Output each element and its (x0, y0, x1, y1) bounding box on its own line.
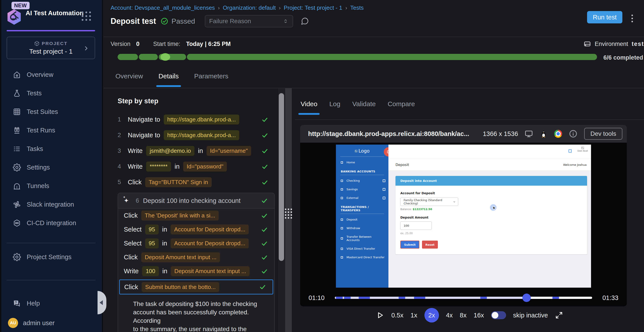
substep-row[interactable]: ClickThe 'Deposit' link with a si... (118, 208, 274, 222)
steps-scrollbar-thumb[interactable] (279, 93, 284, 261)
progress-segment[interactable] (118, 54, 138, 60)
skip-inactive-toggle[interactable] (491, 311, 506, 319)
play-icon[interactable] (376, 311, 384, 320)
speed-4x[interactable]: 4x (446, 312, 453, 319)
bank-nav-visa-direct-transfer[interactable]: VISA Direct Transfer (336, 244, 388, 253)
step-row[interactable]: 3Writejsmith@demo.ioinId="username" (118, 143, 275, 159)
more-options-kebab-icon[interactable] (630, 14, 634, 23)
step-target-chip[interactable]: Id="username" (206, 146, 252, 156)
video-tab-video[interactable]: Video (300, 94, 318, 114)
bank-nav-transfer-between-accounts[interactable]: Transfer Between Accounts (336, 232, 388, 244)
sidebar-item-help[interactable]: ? Help (0, 294, 102, 312)
timeline-event-marker[interactable] (344, 297, 351, 299)
step-row[interactable]: 4Write********inId="password" (118, 159, 275, 174)
bank-nav-home[interactable]: Home (336, 158, 388, 167)
tab-details[interactable]: Details (158, 66, 179, 86)
app-launcher-grid-icon[interactable] (82, 12, 91, 21)
step-value-chip[interactable]: jsmith@demo.io (146, 146, 194, 156)
step-value-chip[interactable]: 95 (145, 238, 159, 248)
step-group-header[interactable]: ✦✦ 6 Deposit 100 into checking account (118, 193, 274, 208)
step-target-chip[interactable]: The 'Deposit' link with a si... (141, 210, 219, 220)
timeline-event-marker[interactable] (552, 297, 559, 299)
info-icon[interactable] (569, 129, 578, 138)
step-row[interactable]: 2Navigate tohttp://stage.dbank.prod-a... (118, 127, 275, 143)
sidebar-item-tasks[interactable]: Tasks (0, 140, 102, 158)
project-switcher[interactable]: PROJECT Test project - 1 (6, 37, 95, 59)
sidebar-item-overview[interactable]: Overview (0, 65, 102, 84)
sidebar-item-slack-integration[interactable]: Slack integration (0, 195, 102, 214)
account-for-deposit-select[interactable]: Family Checking (Standard Checking) (400, 198, 458, 206)
breadcrumb-link[interactable]: Organization: default (223, 4, 276, 11)
step-url-chip[interactable]: http://stage.dbank.prod-a... (164, 114, 240, 124)
step-row[interactable]: 5ClickTag="BUTTON" Sign in (118, 174, 275, 190)
sidebar-item-ci-cd-integration[interactable]: CI-CD integration (0, 214, 102, 232)
bank-nav-external[interactable]: External (336, 194, 388, 202)
bank-reset-button[interactable]: Reset (422, 240, 438, 248)
timeline-event-marker[interactable] (414, 297, 425, 299)
bank-nav-savings[interactable]: Savings (336, 185, 388, 194)
substep-row-selected[interactable]: ClickSubmit button at the botto... (119, 280, 273, 294)
step-progress-bar[interactable] (110, 54, 644, 60)
panel-resize-divider[interactable] (285, 88, 295, 332)
timeline-event-marker[interactable] (398, 297, 405, 299)
substep-row[interactable]: Write100inDeposit Amount text input ... (118, 264, 274, 278)
steps-scrollbar-track[interactable] (278, 88, 285, 332)
timeline-track[interactable] (335, 297, 592, 299)
bank-nav-deposit[interactable]: Deposit (336, 215, 388, 224)
progress-segment[interactable] (139, 54, 158, 60)
app-logo-row[interactable]: AI Test Automation (6, 9, 84, 25)
sidebar-item-tests[interactable]: Tests (0, 84, 102, 102)
speed-0.5x[interactable]: 0.5x (391, 312, 404, 319)
sidebar-item-settings[interactable]: Settings (0, 158, 102, 176)
speed-2x[interactable]: 2x (424, 308, 439, 322)
user-menu[interactable]: AU admin user (0, 318, 102, 328)
progress-segment[interactable] (159, 54, 186, 60)
run-test-button[interactable]: Run test (587, 11, 622, 24)
failure-reason-select[interactable]: Failure Reason (205, 15, 293, 27)
timeline-event-marker[interactable] (480, 297, 487, 299)
progress-segment[interactable] (187, 54, 597, 60)
breadcrumb-link[interactable]: Project: Test project - 1 (284, 4, 342, 11)
bank-submit-button[interactable]: Submit (400, 240, 419, 248)
step-target-chip[interactable]: Account for Deposit dropd... (170, 224, 249, 234)
tab-parameters[interactable]: Parameters (194, 66, 229, 86)
substep-row[interactable]: Select95inAccount for Deposit dropd... (118, 236, 274, 250)
step-value-chip[interactable]: ******** (146, 162, 171, 172)
timeline-event-marker[interactable] (336, 297, 342, 299)
substep-row[interactable]: Select95inAccount for Deposit dropd... (118, 222, 274, 236)
substep-row[interactable]: ClickDeposit Amount text input ... (118, 250, 274, 264)
step-target-chip[interactable]: Deposit Amount text input ... (171, 266, 250, 276)
bank-nav-checking[interactable]: Checking (336, 176, 388, 185)
step-target-chip[interactable]: Tag="BUTTON" Sign in (145, 177, 212, 187)
sidebar-item-tunnels[interactable]: Tunnels (0, 176, 102, 195)
step-target-chip[interactable]: Submit button at the botto... (142, 282, 219, 292)
row-action-square-icon[interactable] (383, 180, 385, 182)
step-target-chip[interactable]: Id="password" (183, 162, 227, 172)
step-value-chip[interactable]: 95 (145, 224, 159, 234)
timeline-thumb[interactable] (522, 294, 531, 302)
bank-nav-withdraw[interactable]: Withdraw (336, 224, 388, 232)
step-url-chip[interactable]: http://stage.dbank.prod-a... (164, 130, 240, 140)
step-row[interactable]: 1Navigate tohttp://stage.dbank.prod-a... (118, 112, 275, 127)
drag-handle-icon[interactable] (285, 208, 292, 218)
speed-1x[interactable]: 1x (410, 312, 417, 319)
dev-tools-button[interactable]: Dev tools (584, 128, 622, 140)
step-value-chip[interactable]: 100 (142, 266, 159, 276)
step-target-chip[interactable]: Deposit Amount text input ... (141, 252, 220, 262)
sidebar-item-test-suites[interactable]: Test Suites (0, 102, 102, 121)
sidebar-item-project-settings[interactable]: Project Settings (0, 248, 102, 266)
timeline-event-marker[interactable] (359, 297, 370, 299)
bank-nav-mastercard-direct-transfer[interactable]: Mastercard Direct Transfer (336, 253, 388, 262)
speed-8x[interactable]: 8x (460, 312, 466, 319)
speed-16x[interactable]: 16x (474, 312, 484, 319)
deposit-amount-input[interactable]: 100 (400, 222, 432, 230)
row-action-square-icon[interactable] (383, 197, 385, 199)
video-tab-log[interactable]: Log (329, 94, 341, 114)
breadcrumb-link[interactable]: Account: Devspace_all_module_licenses (110, 4, 215, 11)
fullscreen-icon[interactable] (555, 311, 563, 319)
comment-icon[interactable] (300, 17, 309, 26)
tab-overview[interactable]: Overview (115, 66, 144, 86)
video-tab-validate[interactable]: Validate (352, 94, 376, 114)
sidebar-item-test-runs[interactable]: Test Runs (0, 121, 102, 140)
row-action-square-icon[interactable] (383, 188, 385, 191)
